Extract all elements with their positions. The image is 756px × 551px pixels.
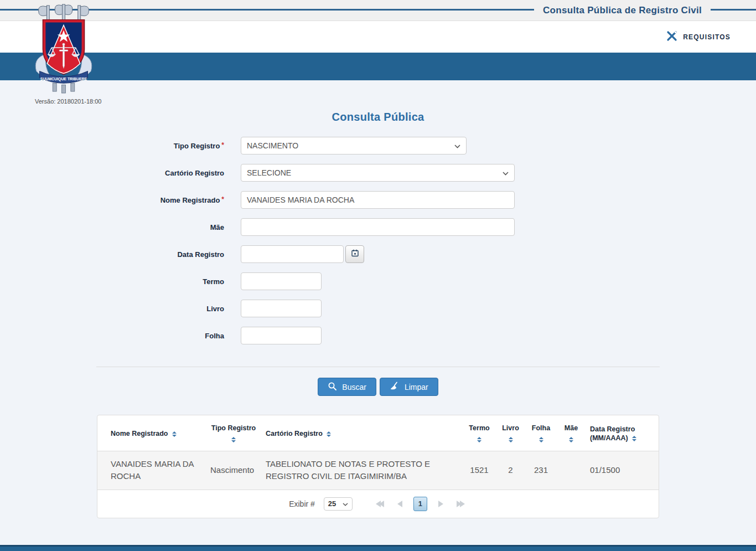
search-form: Tipo Registro* NASCIMENTO Cartório Regis… [97,137,659,344]
th-data-registro[interactable]: Data Registro (MM/AAAA) [586,415,659,451]
form-actions: Buscar Limpar [0,378,756,396]
version-text: Versão: 20180201-18:00 [30,98,99,105]
cell-nome: VANAIDES MARIA DA ROCHA [97,451,206,490]
mae-input[interactable] [241,218,515,236]
page-size-value: 25 [328,499,336,508]
cell-tipo: Nascimento [206,451,261,490]
nome-registrado-label: Nome Registrado* [97,196,241,204]
sort-icon [327,431,331,437]
cell-data-registro: 01/1500 [586,451,659,490]
livro-input[interactable] [241,300,322,317]
mae-label: Mãe [97,223,241,231]
tipo-registro-label: Tipo Registro* [97,142,241,150]
tipo-registro-select[interactable]: NASCIMENTO [241,137,467,155]
next-page-button[interactable] [436,498,446,509]
table-pagination: Exibir # 25 1 [97,490,659,518]
form-row-mae: Mãe [97,218,659,236]
chevron-down-icon [503,168,509,177]
table-header-row: Nome Registrado Tipo Registro Cartório R… [97,415,659,451]
th-nome-registrado[interactable]: Nome Registrado [97,415,206,451]
header-blue-band [0,53,756,80]
form-row-folha: Folha [97,327,659,344]
table-row: VANAIDES MARIA DA ROCHA Nascimento TABEL… [97,451,659,490]
logo: SUUMCUIQUE TRIBUERE Versão: 20180201-18:… [30,2,99,105]
search-icon [328,382,337,393]
tools-icon [666,30,678,44]
termo-label: Termo [97,277,241,286]
th-mae[interactable]: Mãe [557,415,586,451]
tipo-registro-value: NASCIMENTO [247,141,298,150]
buscar-label: Buscar [342,383,366,392]
sort-icon [569,437,573,442]
limpar-label: Limpar [405,383,428,392]
form-row-livro: Livro [97,300,659,317]
sort-icon [477,437,481,442]
folha-input[interactable] [241,327,322,344]
header-white-band: REQUISITOS [0,21,756,53]
sort-icon [172,431,177,437]
main-content: Consulta Pública Tipo Registro* NASCIMEN… [0,111,756,518]
form-row-tipo-registro: Tipo Registro* NASCIMENTO [97,137,659,155]
sort-icon [632,436,636,441]
cartorio-registro-value: SELECIONE [247,168,291,177]
page-title: Consulta Pública [0,111,756,123]
cell-termo: 1521 [463,451,496,490]
form-row-data-registro: Data Registro [97,245,659,263]
form-divider [96,367,660,367]
form-row-cartorio-registro: Cartório Registro SELECIONE [97,164,659,182]
requisitos-button[interactable]: REQUISITOS [666,30,731,44]
cell-folha: 231 [525,451,557,490]
th-livro[interactable]: Livro [496,415,525,451]
required-asterisk: * [221,141,224,149]
cell-cartorio: TABELIONATO DE NOTAS E PROTESTO E REGIST… [261,451,463,490]
exibir-label: Exibir # [289,499,315,508]
footer: 5ª Av. do CAB, nº 560, Salvador/BA - Bra… [0,545,756,551]
chevron-down-icon [454,141,460,150]
form-row-termo: Termo [97,272,659,290]
previous-page-button[interactable] [395,498,405,509]
data-registro-label: Data Registro [97,250,241,259]
folha-label: Folha [97,332,241,340]
nome-registrado-input[interactable] [241,191,515,209]
cartorio-registro-label: Cartório Registro [97,169,241,177]
last-page-button[interactable] [454,498,467,509]
logo-motto: SUUMCUIQUE TRIBUERE [40,77,87,81]
first-page-button[interactable] [374,498,386,509]
calendar-button[interactable] [345,245,364,263]
buscar-button[interactable]: Buscar [318,378,376,396]
cell-mae [557,451,586,490]
broom-icon [390,382,400,393]
app-title: Consulta Pública de Registro Civil [534,5,711,16]
th-cartorio-registro[interactable]: Cartório Registro [261,415,463,451]
tjba-crest-icon: SUUMCUIQUE TRIBUERE [30,86,97,96]
page-size-select[interactable]: 25 [324,497,353,511]
th-tipo-registro[interactable]: Tipo Registro [206,415,261,451]
calendar-icon [351,249,359,259]
limpar-button[interactable]: Limpar [380,378,438,396]
cell-livro: 2 [496,451,525,490]
sort-icon [509,437,513,442]
required-asterisk: * [221,195,224,203]
sort-icon [539,437,543,442]
sort-icon [231,437,236,442]
th-termo[interactable]: Termo [463,415,496,451]
data-registro-input[interactable] [241,245,344,263]
header-top-bar: Consulta Pública de Registro Civil [0,0,756,21]
current-page-button[interactable]: 1 [413,497,427,511]
termo-input[interactable] [241,272,322,290]
th-folha[interactable]: Folha [525,415,557,451]
requisitos-label: REQUISITOS [683,33,731,41]
results-table: Nome Registrado Tipo Registro Cartório R… [97,415,659,490]
results-table-card: Nome Registrado Tipo Registro Cartório R… [97,415,659,518]
chevron-down-icon [343,499,348,508]
form-row-nome-registrado: Nome Registrado* [97,191,659,209]
livro-label: Livro [97,305,241,313]
cartorio-registro-select[interactable]: SELECIONE [241,164,515,182]
